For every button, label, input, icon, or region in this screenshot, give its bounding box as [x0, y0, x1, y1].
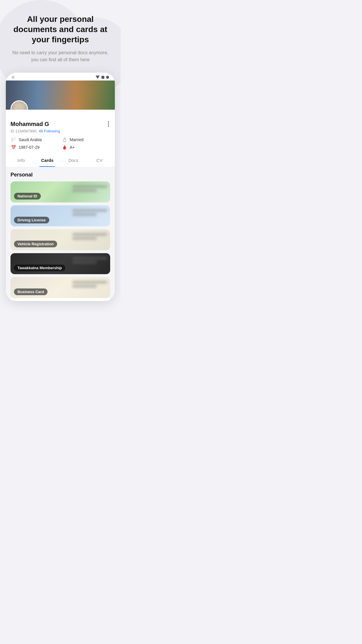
- profile-id: ID 1234567890: [10, 129, 36, 133]
- hero-title: All your personal documents and cards at…: [9, 14, 111, 45]
- ring-icon: 💍: [61, 137, 67, 143]
- avatar-wrap: ✎: [10, 100, 28, 110]
- detail-blood: 🩸 A+: [61, 144, 110, 150]
- calendar-icon: 📅: [10, 144, 16, 150]
- status-icons: [96, 76, 109, 79]
- card-label-business: Business Card: [14, 288, 48, 295]
- card-content-blur-vehicle: [72, 233, 107, 246]
- tab-docs[interactable]: Docs: [60, 154, 87, 167]
- profile-name-row: Mohammad G: [10, 120, 110, 128]
- phone-wrapper: ✎ Mohammad G ID 1234567890 48 Following: [0, 73, 121, 313]
- card-business[interactable]: Business Card: [10, 277, 110, 298]
- phone-mockup: ✎ Mohammad G ID 1234567890 48 Following: [6, 73, 115, 301]
- circle-icon: [106, 76, 109, 79]
- detail-status: 💍 Married: [61, 137, 110, 143]
- profile-following[interactable]: 48 Following: [39, 129, 60, 133]
- card-national-id[interactable]: National ID: [10, 181, 110, 202]
- profile-meta: ID 1234567890 48 Following: [10, 129, 110, 133]
- detail-country: 🏳️ Saudi Arabia: [10, 137, 59, 143]
- card-label-national: National ID: [14, 193, 41, 200]
- rect-icon: [101, 76, 104, 79]
- hero-subtitle: No need to carry your personal docs anym…: [9, 49, 111, 63]
- card-label-vehicle: Vehicle Registration: [14, 241, 57, 247]
- tab-info[interactable]: Info: [8, 154, 34, 167]
- blood-value: A+: [70, 145, 75, 150]
- tab-cards[interactable]: Cards: [34, 154, 61, 167]
- dob-value: 1987-07-29: [19, 145, 40, 150]
- cards-section: Personal National ID Driving License: [6, 167, 115, 298]
- profile-name: Mohammad G: [10, 121, 49, 127]
- flag-icon: 🏳️: [10, 137, 16, 143]
- more-options-button[interactable]: [107, 120, 110, 128]
- country-value: Saudi Arabia: [19, 137, 42, 142]
- tab-bar: Info Cards Docs CV: [6, 154, 115, 167]
- status-bar: [6, 73, 115, 80]
- blood-icon: 🩸: [61, 144, 67, 150]
- section-title: Personal: [10, 172, 110, 178]
- card-content-blur-tawakkalna: [72, 257, 107, 270]
- profile-info: Mohammad G ID 1234567890 48 Following 🏳️…: [6, 110, 115, 154]
- profile-details: 🏳️ Saudi Arabia 💍 Married 📅 1987-07-29 🩸…: [10, 137, 110, 150]
- avatar-image: [11, 101, 27, 110]
- card-content-blur-business: [72, 281, 107, 294]
- detail-dob: 📅 1987-07-29: [10, 144, 59, 150]
- status-value: Married: [70, 137, 83, 142]
- hero-section: All your personal documents and cards at…: [0, 0, 121, 73]
- profile-banner: ✎: [6, 80, 115, 110]
- signal-icon: [96, 76, 100, 79]
- card-label-tawakkalna: Tawakkalna Membership: [14, 265, 65, 271]
- card-driving-license[interactable]: Driving License: [10, 205, 110, 226]
- avatar[interactable]: [10, 100, 28, 110]
- card-content-blur: [72, 186, 107, 199]
- tab-cv[interactable]: CV: [87, 154, 113, 167]
- status-left-dot: [12, 76, 15, 79]
- card-label-driving: Driving License: [14, 217, 49, 223]
- card-vehicle-registration[interactable]: Vehicle Registration: [10, 229, 110, 250]
- card-tawakkalna[interactable]: Tawakkalna Membership: [10, 253, 110, 274]
- card-content-blur-driving: [72, 209, 107, 223]
